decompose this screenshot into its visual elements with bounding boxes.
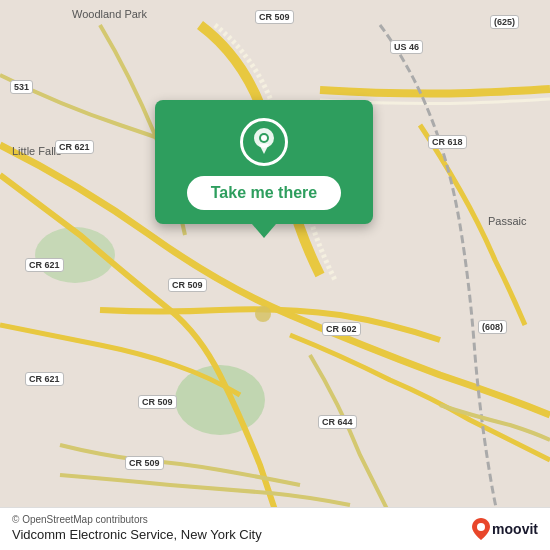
road-label-cr618: CR 618 (428, 135, 467, 149)
moovit-brand-text: moovit (492, 521, 538, 537)
moovit-pin-icon (472, 518, 490, 540)
map-attribution: © OpenStreetMap contributors (12, 514, 538, 525)
svg-point-3 (255, 306, 271, 322)
svg-point-6 (261, 135, 267, 141)
location-pin-icon (251, 127, 277, 157)
road-label-cr621-bot: CR 621 (25, 372, 64, 386)
bottom-bar: © OpenStreetMap contributors Vidcomm Ele… (0, 507, 550, 550)
location-icon-circle (240, 118, 288, 166)
moovit-logo: moovit (472, 518, 538, 540)
road-label-cr509-top: CR 509 (255, 10, 294, 24)
road-label-us46: US 46 (390, 40, 423, 54)
svg-marker-7 (259, 144, 269, 154)
road-label-cr625: (625) (490, 15, 519, 29)
area-label-woodland-park: Woodland Park (72, 8, 147, 20)
take-me-there-button[interactable]: Take me there (187, 176, 341, 210)
road-label-cr509-bot2: CR 509 (138, 395, 177, 409)
road-label-cr621-left: CR 621 (55, 140, 94, 154)
map-roads (0, 0, 550, 550)
road-label-cr509-mid: CR 509 (168, 278, 207, 292)
road-label-cr531: 531 (10, 80, 33, 94)
popup-card: Take me there (155, 100, 373, 224)
road-label-cr509-bot3: CR 509 (125, 456, 164, 470)
place-name: Vidcomm Electronic Service, New York Cit… (12, 527, 538, 542)
area-label-passaic: Passaic (488, 215, 527, 227)
road-label-cr644: CR 644 (318, 415, 357, 429)
road-label-cr621-mid: CR 621 (25, 258, 64, 272)
road-label-cr608: (608) (478, 320, 507, 334)
map-container: CR 509 (625) US 46 531 CR 621 CR 618 CR … (0, 0, 550, 550)
road-label-cr602: CR 602 (322, 322, 361, 336)
svg-point-8 (477, 523, 485, 531)
